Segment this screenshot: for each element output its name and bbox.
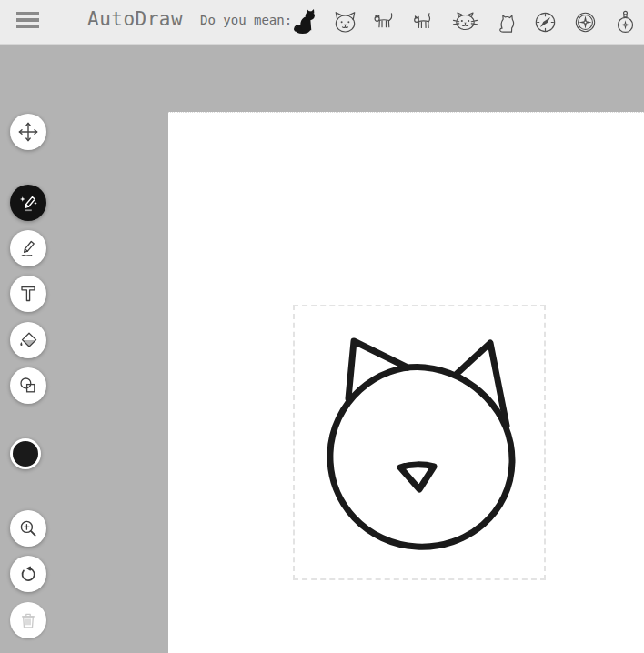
magnifier-icon: [17, 517, 39, 539]
magic-pencil-icon: [17, 192, 39, 214]
color-tool-button[interactable]: [10, 438, 41, 469]
compass-rose-icon: [571, 8, 599, 36]
trash-icon: [17, 609, 39, 631]
menu-bar: [16, 25, 39, 28]
autodraw-app: { "topbar": { "title": "AutoDraw", "do_y…: [0, 0, 644, 653]
do-you-mean-label: Do you mean:: [200, 13, 292, 27]
stroke-head: [330, 367, 512, 548]
suggestion-compass[interactable]: [531, 8, 559, 36]
move-icon: [17, 121, 39, 143]
pencil-icon: [17, 237, 39, 259]
draw-tool-button[interactable]: [10, 230, 46, 266]
whiskered-cat-face-icon: [451, 8, 479, 36]
menu-bar: [16, 18, 39, 21]
walking-cat-icon: [371, 8, 399, 36]
cat-face-icon: [331, 8, 359, 36]
suggestion-prowling-cat[interactable]: [411, 8, 439, 36]
black-cat-icon: [291, 8, 319, 36]
autodraw-tool-button[interactable]: [10, 185, 46, 221]
delete-tool-button: [10, 602, 46, 638]
suggestion-strip: [291, 0, 639, 44]
undo-icon: [17, 563, 39, 585]
shape-tool-button[interactable]: [10, 367, 46, 404]
prowling-cat-icon: [411, 8, 439, 36]
sitting-cat-icon: [491, 8, 519, 36]
shapes-icon: [17, 375, 39, 397]
cat-head-drawing: [168, 113, 644, 653]
compass-icon: [531, 8, 559, 36]
zoom-tool-button[interactable]: [10, 510, 46, 547]
suggestion-sitting-cat[interactable]: [491, 8, 519, 36]
suggestion-walking-cat[interactable]: [371, 8, 399, 36]
menu-bar: [16, 12, 39, 15]
type-tool-button[interactable]: [10, 276, 46, 312]
paint-bucket-icon: [17, 329, 39, 351]
pocket-compass-icon: [611, 8, 639, 36]
text-icon: [17, 283, 39, 305]
suggestion-compass-rose[interactable]: [571, 8, 599, 36]
drawing-canvas[interactable]: [168, 112, 644, 653]
suggestion-whiskered-cat-face[interactable]: [451, 8, 479, 36]
select-tool-button[interactable]: [10, 114, 46, 150]
menu-icon[interactable]: [16, 12, 39, 32]
app-title: AutoDraw: [87, 8, 183, 30]
top-bar: AutoDraw Do you mean:: [0, 0, 644, 45]
suggestion-black-cat[interactable]: [291, 8, 319, 36]
fill-tool-button[interactable]: [10, 322, 46, 358]
undo-tool-button[interactable]: [10, 556, 46, 592]
suggestion-cat-face[interactable]: [331, 8, 359, 36]
suggestion-pocket-compass[interactable]: [611, 8, 639, 36]
stroke-nose: [400, 465, 434, 489]
